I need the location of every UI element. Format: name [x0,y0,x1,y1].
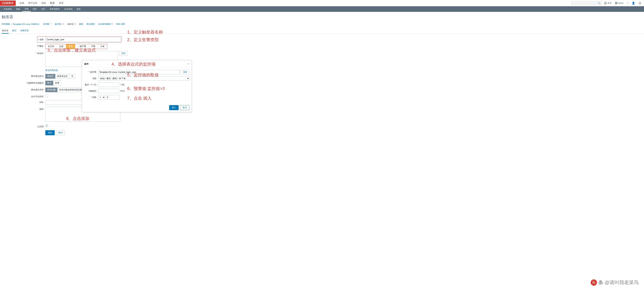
event-gen-group: 单个 多重 [45,81,61,86]
modal-interval-label: 间隔(秒) [84,90,98,92]
top-menu-admin[interactable]: 管理 [57,0,66,6]
modal-func-label: 功能 [84,77,98,80]
event-iter-expression[interactable]: 表达式 [45,74,55,78]
top-menu-config[interactable]: 配置 [48,0,57,6]
event-iteration-label: 事件成功迭代 [2,74,45,78]
modal-cancel-button[interactable]: 取消 [180,105,190,110]
submit-cancel-button[interactable]: 取消 [56,130,65,135]
sub-nav-services[interactable]: 服务 [74,6,83,12]
user-icon[interactable]: 👤 [631,1,636,6]
modal-close-icon[interactable]: × [188,62,190,66]
modal-result-value[interactable] [106,95,120,100]
severity-disaster[interactable]: 灾难 [98,44,107,49]
event-iteration-group: 表达式 恢复表达式 无 [45,74,75,78]
severity-label: 严重性 [2,44,45,48]
top-menu-inventory[interactable]: 资产记录 [26,0,40,6]
event-close-label: 事件成功关闭 [2,88,45,91]
modal-select-button[interactable]: 选择 [181,70,190,74]
bc-triggers[interactable]: 触发器 5 [68,23,76,26]
sub-nav-actions[interactable]: 动作 [39,6,48,12]
bc-template-name[interactable]: Template OS Linux SNMPv2 [13,23,39,26]
name-input[interactable] [45,37,120,42]
bc-items[interactable]: 监控项 11 [55,23,64,26]
modal-insert-button[interactable]: 插入 [169,105,178,110]
sub-nav-correlation[interactable]: 关联项事件 [48,6,62,12]
event-close-group: 所有问题 所有问题如果标签值匹配 [45,88,84,92]
url-label: URL [2,100,45,104]
severity-high[interactable]: 严重 [89,44,98,49]
bc-screens[interactable]: 聚合图形 [86,23,95,26]
severity-info[interactable]: 信息 [57,44,66,49]
top-menu-monitor[interactable]: 监测 [18,0,26,6]
logo[interactable]: ZABBIX [0,0,16,6]
top-bar: ZABBIX 监测 资产记录 报表 配置 管理 🔍 🎧支持 ZShare ? 👤… [0,0,644,6]
modal-func-select[interactable]: last() - 最后（最近）的 T 值 [98,76,190,81]
search-icon: 🔍 [598,2,600,4]
name-label: *名称 [2,37,45,41]
form-tabs: 触发器 标记 依赖关系 [0,27,644,34]
event-gen-multiple[interactable]: 多重 [53,81,61,86]
modal-item-label: * 监控项 [84,70,98,74]
sub-nav-hostgroups[interactable]: 主机群组 [2,6,14,12]
sub-nav-templates[interactable]: 模板 [14,6,22,12]
sub-nav-hosts[interactable]: 主机 [22,6,31,12]
logout-icon[interactable]: ⏻ [638,1,642,5]
enabled-label: 已启用 [2,124,45,128]
sub-nav-discovery[interactable]: 自动发现 [62,6,74,12]
event-gen-label: 问题事件生成模式 [2,81,45,84]
tab-dependencies[interactable]: 依赖关系 [20,28,29,34]
bc-sep: / [11,23,12,26]
share-link[interactable]: ZShare [614,1,624,5]
search-box[interactable]: 🔍 [571,1,602,5]
severity-average[interactable]: 一般严重 [75,44,89,49]
expression-constructor-link[interactable]: 表达式构造器 [45,69,58,72]
manual-close-checkbox[interactable] [45,94,48,97]
bc-discovery-rules[interactable]: 自动发现规则 5 [98,23,113,26]
desc-label: 描述 [2,107,45,111]
bc-web[interactable]: Web 场景 [116,23,125,26]
manual-close-label: 允许手动关闭 [2,94,45,98]
event-iter-recovery[interactable]: 恢复表达式 [55,74,69,78]
modal-title: 条件 [84,62,89,66]
top-menu: 监测 资产记录 报表 配置 管理 [18,0,571,6]
modal-last-input[interactable] [98,82,119,87]
modal-interval-suffix: 时间 [120,90,124,92]
tab-trigger[interactable]: 触发器 [2,28,9,34]
tab-tags[interactable]: 标记 [12,28,17,34]
severity-warning[interactable]: 警告 [66,44,75,49]
page-title: 触发器 [0,12,644,22]
condition-modal: 条件 × * 监控项 选择 功能 last() - 最后（最近）的 T 值 最后… [82,60,192,112]
event-gen-single[interactable]: 单个 [45,81,53,86]
modal-last-suffix: 计数 [120,83,124,86]
enabled-checkbox[interactable] [45,124,48,127]
modal-item-input[interactable] [98,70,180,74]
severity-group: 未分类 信息 警告 一般严重 严重 灾难 [45,44,107,49]
bc-appsets[interactable]: 应用集 7 [43,23,52,26]
modal-result-op[interactable]: > [98,95,105,99]
top-right: 🔍 🎧支持 ZShare ? 👤 ⏻ [571,1,644,6]
sub-nav: 主机群组 模板 主机 维护 动作 关联项事件 自动发现 服务 [0,6,644,12]
bc-all-templates[interactable]: 所有模板 [2,23,10,26]
modal-result-label: * 结果 [84,96,98,99]
submit-add-button[interactable]: 添加 [45,130,55,135]
event-iter-none[interactable]: 无 [69,74,75,78]
breadcrumb: 所有模板 / Template OS Linux SNMPv2 应用集 7 监控… [0,22,644,27]
headset-icon: 🎧 [604,2,607,4]
modal-interval-input[interactable] [98,89,119,93]
severity-unclassified[interactable]: 未分类 [46,44,57,49]
add-expression-button[interactable]: 添加 [119,51,128,56]
sub-nav-maintenance[interactable]: 维护 [31,6,39,12]
top-menu-reports[interactable]: 报表 [40,0,48,6]
event-close-tagmatch[interactable]: 所有问题如果标签值匹配 [57,88,84,92]
expression-label: *表达式 [2,51,45,55]
share-badge-icon: Z [615,2,617,4]
event-close-all[interactable]: 所有问题 [45,88,57,92]
modal-last-label: 最后一个 (T) [84,83,98,86]
support-link[interactable]: 🎧支持 [603,1,613,5]
help-icon[interactable]: ? [626,1,629,5]
bc-graphs[interactable]: 图形 [79,23,83,26]
